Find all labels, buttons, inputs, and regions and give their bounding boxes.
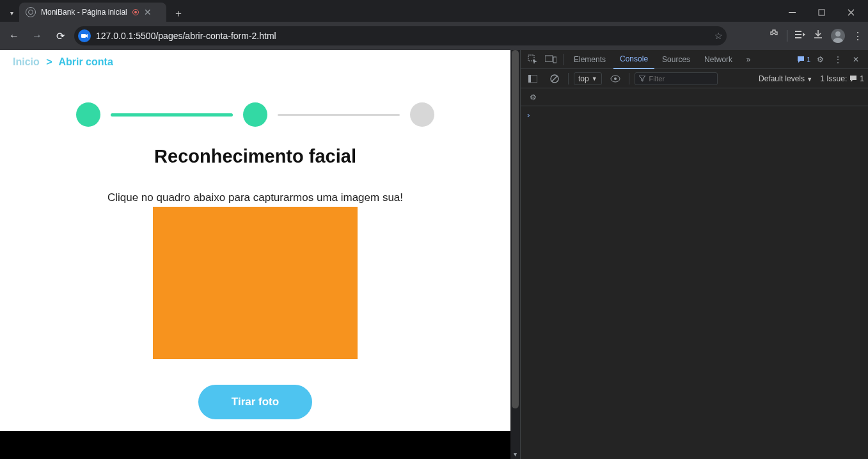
svg-rect-2 bbox=[81, 34, 86, 38]
step-line-2 bbox=[278, 114, 400, 116]
svg-rect-3 bbox=[795, 31, 801, 32]
message-count-badge[interactable]: 1 bbox=[797, 56, 810, 63]
tab-elements[interactable]: Elements bbox=[567, 50, 612, 69]
chevron-down-icon: ▼ bbox=[807, 76, 812, 83]
log-levels-selector[interactable]: Default levels ▼ bbox=[759, 74, 812, 83]
console-separator bbox=[568, 73, 569, 85]
console-toolbar: top ▼ Default levels ▼ 1 Issue: 1 bbox=[521, 69, 868, 88]
url-text: 127.0.0.1:5500/pages/abrir-conta-form-2.… bbox=[96, 31, 709, 41]
maximize-button[interactable] bbox=[807, 3, 836, 22]
tab-sources[interactable]: Sources bbox=[656, 50, 697, 69]
address-bar[interactable]: 127.0.0.1:5500/pages/abrir-conta-form-2.… bbox=[74, 26, 727, 45]
svg-rect-4 bbox=[795, 34, 801, 35]
new-tab-button[interactable]: ＋ bbox=[170, 5, 187, 22]
svg-point-14 bbox=[614, 77, 617, 80]
media-control-icon[interactable] bbox=[795, 30, 805, 42]
minimize-button[interactable] bbox=[777, 3, 807, 22]
page-title: Reconhecimento facial bbox=[0, 146, 510, 167]
tab-network[interactable]: Network bbox=[698, 50, 739, 69]
svg-rect-8 bbox=[553, 57, 556, 63]
context-selector[interactable]: top ▼ bbox=[574, 72, 602, 85]
kebab-menu-icon[interactable]: ⋮ bbox=[853, 30, 863, 42]
console-settings-icon[interactable]: ⚙ bbox=[525, 89, 541, 106]
filter-icon bbox=[639, 76, 645, 82]
toolbar-separator bbox=[787, 30, 787, 42]
devtools-close-icon[interactable]: ✕ bbox=[848, 51, 864, 68]
breadcrumb-current[interactable]: Abrir conta bbox=[58, 56, 113, 67]
step-dot-2 bbox=[243, 102, 267, 127]
svg-rect-7 bbox=[545, 56, 553, 61]
tab-console[interactable]: Console bbox=[613, 50, 654, 69]
tab-search-dropdown[interactable]: ▾ bbox=[4, 4, 19, 22]
issues-indicator[interactable]: 1 Issue: 1 bbox=[820, 74, 864, 83]
svg-rect-1 bbox=[819, 10, 825, 15]
devtools-menu-icon[interactable]: ⋮ bbox=[830, 51, 846, 68]
svg-line-12 bbox=[552, 76, 557, 81]
console-sidebar-toggle-icon[interactable] bbox=[525, 70, 541, 87]
console-filter[interactable] bbox=[635, 72, 718, 85]
browser-tab[interactable]: MoniBank - Página inicial ✕ bbox=[19, 3, 166, 22]
reload-button[interactable]: ⟳ bbox=[51, 27, 69, 45]
close-icon[interactable]: ✕ bbox=[144, 8, 152, 17]
svg-rect-0 bbox=[789, 12, 796, 13]
globe-icon bbox=[26, 7, 36, 17]
console-settings-row: ⚙ bbox=[521, 88, 868, 106]
console-prompt-icon: › bbox=[527, 110, 530, 120]
camera-capture-area[interactable] bbox=[153, 207, 358, 359]
chevron-down-icon: ▼ bbox=[592, 76, 597, 82]
step-line-1 bbox=[111, 113, 233, 117]
forward-button[interactable]: → bbox=[28, 27, 46, 45]
page-scrollbar-thumb[interactable] bbox=[512, 50, 519, 408]
inspect-element-icon[interactable] bbox=[525, 51, 541, 68]
breadcrumb-home[interactable]: Inicio bbox=[13, 56, 40, 67]
device-toolbar-icon[interactable] bbox=[542, 51, 559, 68]
tab-strip: ▾ MoniBank - Página inicial ✕ ＋ bbox=[0, 0, 777, 22]
capture-hint: Clique no quadro abaixo para capturarmos… bbox=[0, 191, 510, 204]
profile-avatar[interactable] bbox=[831, 29, 845, 43]
clear-console-icon[interactable] bbox=[546, 70, 563, 87]
page-scrollbar-track[interactable]: ▾ bbox=[510, 50, 520, 459]
camera-permission-icon[interactable] bbox=[78, 29, 91, 42]
page-footer-strip bbox=[0, 431, 520, 459]
page-column: Inicio > Abrir conta Reconhecimento faci… bbox=[0, 50, 520, 459]
more-tabs-icon[interactable]: » bbox=[740, 51, 757, 68]
page-body: Inicio > Abrir conta Reconhecimento faci… bbox=[0, 50, 510, 431]
tab-title: MoniBank - Página inicial bbox=[41, 8, 127, 17]
viewport-row: Inicio > Abrir conta Reconhecimento faci… bbox=[0, 50, 868, 459]
window-controls bbox=[777, 3, 868, 22]
devtools-tabbar: Elements Console Sources Network » 1 ⚙ ⋮… bbox=[521, 50, 868, 69]
svg-rect-10 bbox=[528, 75, 531, 83]
svg-rect-5 bbox=[795, 37, 801, 38]
breadcrumb-sep: > bbox=[42, 56, 56, 67]
back-button[interactable]: ← bbox=[5, 27, 23, 45]
bookmark-star-icon[interactable]: ☆ bbox=[714, 31, 723, 41]
take-photo-button[interactable]: Tirar foto bbox=[198, 385, 312, 419]
step-indicator bbox=[76, 102, 434, 127]
live-expression-icon[interactable] bbox=[607, 70, 624, 87]
scroll-down-icon[interactable]: ▾ bbox=[510, 449, 520, 459]
breadcrumb: Inicio > Abrir conta bbox=[0, 50, 510, 70]
recording-icon bbox=[132, 9, 139, 15]
console-separator bbox=[629, 73, 629, 85]
filter-input[interactable] bbox=[649, 75, 700, 83]
devtools-panel: Elements Console Sources Network » 1 ⚙ ⋮… bbox=[520, 50, 868, 459]
console-output[interactable]: › bbox=[521, 106, 868, 459]
step-dot-1 bbox=[76, 102, 100, 127]
step-dot-3 bbox=[410, 102, 434, 127]
browser-titlebar: ▾ MoniBank - Página inicial ✕ ＋ bbox=[0, 0, 868, 22]
extensions-icon[interactable] bbox=[769, 29, 779, 42]
browser-toolbar: ← → ⟳ 127.0.0.1:5500/pages/abrir-conta-f… bbox=[0, 22, 868, 50]
window-close-button[interactable] bbox=[836, 3, 865, 22]
devtools-separator bbox=[563, 54, 564, 65]
devtools-settings-icon[interactable]: ⚙ bbox=[812, 51, 828, 68]
downloads-icon[interactable] bbox=[813, 29, 823, 42]
